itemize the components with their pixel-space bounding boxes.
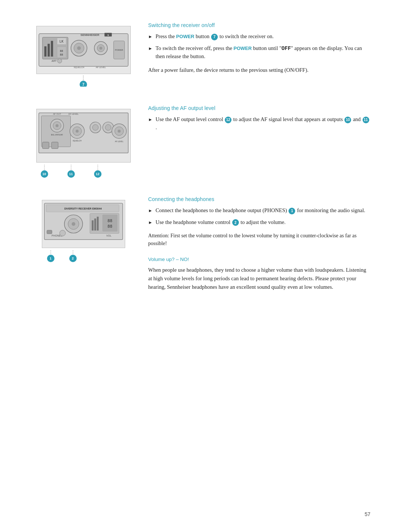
bullet-arrow-2: ► [148,45,156,52]
receiver-device-3: DIVERSITY RECEIVER EM3044 88 88 [42,200,125,248]
svg-point-15 [99,47,102,50]
svg-rect-3 [47,44,50,56]
svg-text:7: 7 [82,83,84,87]
section2-title: Adjusting the AF output level [148,105,370,111]
off-text: OFF [281,46,291,51]
section1-bullet2-text: To switch the receiver off, press the PO… [156,44,370,61]
receiver-device-1: LK 88 88 POWER SE [36,26,131,74]
svg-point-65 [71,222,75,226]
svg-text:AF LEVEL: AF LEVEL [115,141,123,143]
section1-content: Switching the receiver on/off ► Press th… [137,22,370,74]
section1-title: Switching the receiver on/off [148,22,370,28]
svg-rect-58 [94,218,96,230]
page: LK 88 88 POWER SE [0,0,400,532]
section3-attention: Attention: First set the volume control … [148,232,370,248]
section3-bullet1-text: Connect the headphones to the headphone … [156,207,370,215]
section2-bullet1: ► Use the AF output level control 12 to … [148,116,370,132]
pointer-arrow-1: 7 [36,76,131,87]
num-badge-p2: 2 [232,219,239,226]
svg-text:AF LEVEL: AF LEVEL [68,113,79,115]
section3-content: Connecting the headphones ► Connect the … [137,196,370,291]
pointer-line-12 [97,165,98,170]
section1-bullet2: ► To switch the receiver off, press the … [148,44,370,61]
svg-text:ART: ART [51,60,57,62]
svg-point-39 [92,124,98,130]
bullet-arrow-4: ► [148,207,156,214]
svg-rect-48 [42,142,49,149]
num-badge-p1: 1 [289,208,295,214]
svg-text:DIVERSITY RECEIVER EM3044: DIVERSITY RECEIVER EM3044 [64,207,101,210]
num-badge-7: 7 [211,34,218,40]
num-badge-11: 11 [363,117,369,123]
label-badge-10: 10 [41,170,48,178]
num-badge-10: 10 [344,117,351,123]
section3-image: DIVERSITY RECEIVER EM3044 88 88 [30,196,137,262]
section3-bullet2: ► Use the headphone volume control 2 to … [148,218,370,227]
section-switching: LK 88 88 POWER SE [30,22,370,87]
section1-bullet1: ► Press the POWER button 7 to switch the… [148,33,370,41]
svg-rect-2 [44,46,46,57]
section1-bullet1-text: Press the POWER button 7 to switch the r… [156,33,370,41]
section4-title: Volume up? – NO! [148,257,370,262]
svg-text:SQUELCH: SQUELCH [73,140,81,142]
receiver-device-2: AF OUT AF LEVEL BAL-VHF/UHF SQUELCH [36,109,131,163]
bullet-arrow-5: ► [148,219,156,226]
svg-text:LK: LK [59,40,63,43]
label-badge-12: 12 [94,170,101,178]
bullet-arrow-1: ► [148,33,156,40]
svg-point-41 [105,124,111,130]
section1-image: LK 88 88 POWER SE [30,22,137,87]
svg-text:AF LEVEL: AF LEVEL [96,66,106,68]
section3-bullet1: ► Connect the headphones to the headphon… [148,207,370,215]
bullet-arrow-3: ► [148,116,156,123]
page-number: 57 [364,511,370,517]
svg-text:88: 88 [60,53,63,56]
svg-text:SENNHEISER: SENNHEISER [80,33,99,37]
svg-point-69 [60,230,66,236]
section2-bullet1-text: Use the AF output level control 12 to ad… [156,116,370,132]
section3-bullets: ► Connect the headphones to the headphon… [148,207,370,227]
svg-text:88: 88 [107,218,112,223]
svg-rect-68 [47,230,52,234]
power-highlight-2: POWER [234,46,252,51]
pointer-line-1 [50,250,51,255]
num-badge-12: 12 [225,117,231,123]
section1-bullets: ► Press the POWER button 7 to switch the… [148,33,370,61]
pointer-line-2 [73,250,73,255]
section4-text: When people use headphones, they tend to… [148,266,370,292]
section-headphones: DIVERSITY RECEIVER EM3044 88 88 [30,196,370,291]
svg-text:88: 88 [107,224,112,229]
pointer-line-10 [44,165,45,170]
label-badge-11: 11 [67,170,75,178]
section2-content: Adjusting the AF output level ► Use the … [137,105,370,137]
section2-bullets: ► Use the AF output level control 12 to … [148,116,370,132]
svg-text:S: S [107,34,109,36]
svg-rect-59 [97,217,99,230]
svg-point-32 [56,124,59,127]
section3-bullet2-text: Use the headphone volume control 2 to ad… [156,218,370,227]
svg-rect-49 [51,142,58,149]
svg-text:VOL: VOL [106,234,111,237]
svg-rect-57 [91,220,93,231]
label-badge-1: 1 [47,255,54,262]
section2-image: AF OUT AF LEVEL BAL-VHF/UHF SQUELCH [30,105,137,178]
svg-text:BAL-VHF/UHF: BAL-VHF/UHF [51,134,63,136]
power-highlight-1: POWER [176,34,194,39]
svg-point-37 [76,130,79,133]
svg-text:POWER: POWER [115,49,123,51]
section1-note: After a power failure, the device return… [148,66,370,74]
section-af-output: AF OUT AF LEVEL BAL-VHF/UHF SQUELCH [30,105,370,178]
svg-point-46 [117,130,120,133]
svg-point-12 [77,46,81,50]
pointer-line-11 [71,165,71,170]
svg-text:AF OUT: AF OUT [53,113,61,115]
svg-point-22 [57,59,62,63]
svg-text:SQUELCH: SQUELCH [73,66,84,68]
svg-text:88: 88 [60,50,63,53]
section3-title: Connecting the headphones [148,196,370,202]
svg-rect-4 [51,41,53,56]
label-badge-2: 2 [69,255,77,262]
